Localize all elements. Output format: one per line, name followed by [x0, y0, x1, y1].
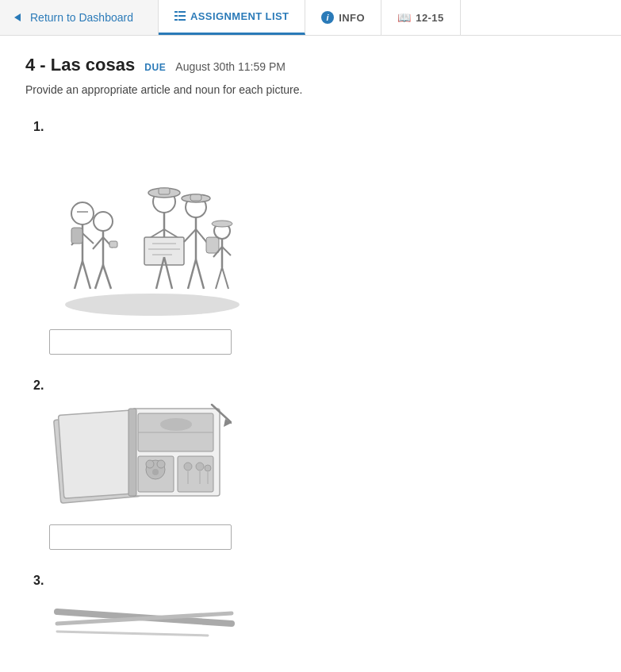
- svg-point-62: [184, 463, 192, 470]
- svg-point-44: [212, 221, 232, 227]
- svg-line-20: [103, 265, 111, 289]
- svg-point-60: [152, 469, 159, 475]
- arrow-left-icon: [14, 13, 21, 21]
- svg-line-47: [222, 247, 231, 255]
- due-label: DUE: [144, 62, 166, 73]
- question-2-number: 2.: [25, 378, 596, 393]
- svg-rect-2: [174, 15, 178, 17]
- svg-point-7: [71, 202, 94, 225]
- question-1-input[interactable]: [49, 329, 232, 355]
- svg-line-19: [95, 265, 103, 289]
- main-content: 4 - Las cosas DUE August 30th 11:59 PM P…: [0, 36, 621, 672]
- svg-point-66: [205, 465, 211, 471]
- svg-rect-21: [109, 241, 117, 248]
- svg-point-58: [146, 460, 154, 468]
- svg-rect-51: [58, 410, 139, 498]
- tab-assignment-list-label: ASSIGNMENT LIST: [190, 10, 289, 22]
- svg-line-17: [93, 237, 103, 249]
- question-3-image: [49, 596, 596, 643]
- svg-rect-5: [178, 19, 186, 21]
- assignment-header: 4 - Las cosas DUE August 30th 11:59 PM: [25, 55, 596, 75]
- svg-rect-40: [206, 237, 219, 253]
- svg-line-13: [82, 261, 90, 289]
- svg-rect-0: [174, 11, 178, 13]
- svg-rect-36: [190, 194, 201, 201]
- due-date: August 30th 11:59 PM: [175, 60, 286, 73]
- list-icon: [174, 10, 186, 23]
- svg-rect-4: [174, 19, 178, 21]
- svg-rect-24: [159, 188, 170, 194]
- assignment-title: 4 - Las cosas: [25, 55, 135, 75]
- svg-line-38: [184, 229, 196, 242]
- svg-point-55: [160, 418, 192, 431]
- assignment-instruction: Provide an appropriate article and noun …: [25, 83, 596, 96]
- question-1-number: 1.: [25, 120, 596, 134]
- tab-info-label: INFO: [339, 12, 365, 24]
- svg-rect-1: [178, 11, 186, 13]
- svg-line-12: [75, 261, 82, 289]
- tab-pages-label: 12-15: [416, 12, 443, 24]
- tab-assignment-list[interactable]: ASSIGNMENT LIST: [159, 0, 305, 35]
- svg-point-15: [94, 212, 113, 231]
- question-1-image: [49, 142, 596, 317]
- question-1: 1.: [25, 120, 596, 355]
- svg-rect-70: [128, 409, 136, 496]
- svg-line-73: [57, 632, 208, 636]
- svg-line-11: [82, 233, 94, 244]
- svg-line-49: [222, 267, 228, 289]
- svg-point-64: [196, 463, 204, 470]
- question-2: 2.: [25, 378, 596, 550]
- book-icon: 📖: [397, 11, 411, 24]
- tab-pages[interactable]: 📖 12-15: [381, 0, 461, 35]
- tab-info[interactable]: i INFO: [305, 0, 381, 35]
- return-label: Return to Dashboard: [30, 11, 133, 24]
- tourists-svg: [49, 142, 240, 317]
- svg-line-42: [196, 259, 204, 289]
- svg-rect-3: [178, 15, 186, 17]
- question-2-input[interactable]: [49, 524, 232, 550]
- svg-line-48: [216, 267, 222, 289]
- svg-rect-14: [71, 228, 82, 244]
- question-2-image: [49, 401, 596, 512]
- info-icon: i: [321, 11, 334, 24]
- album-svg: [49, 401, 232, 512]
- question-3: 3.: [25, 574, 596, 643]
- svg-line-41: [188, 259, 196, 289]
- svg-point-59: [157, 460, 165, 468]
- return-to-dashboard-link[interactable]: Return to Dashboard: [0, 0, 159, 35]
- q3-svg: [49, 596, 240, 643]
- svg-point-6: [65, 294, 240, 316]
- top-nav: Return to Dashboard ASSIGNMENT LIST i IN…: [0, 0, 621, 36]
- question-3-number: 3.: [25, 574, 596, 588]
